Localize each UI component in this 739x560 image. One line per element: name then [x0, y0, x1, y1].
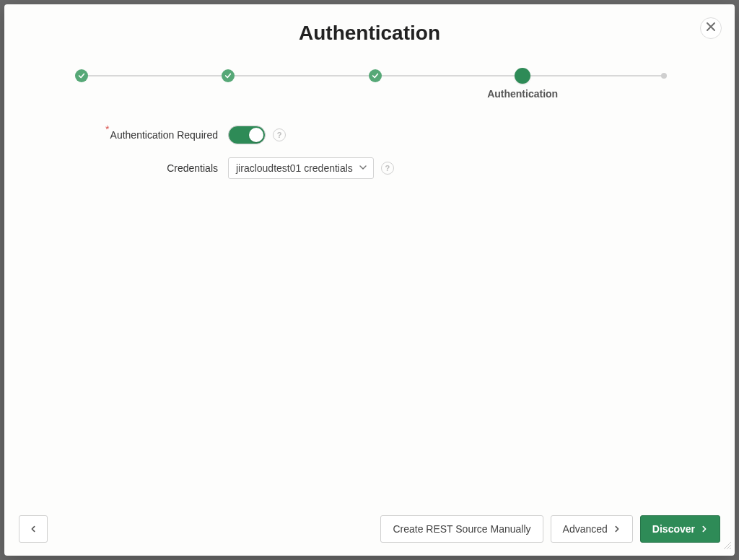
auth-required-toggle[interactable] [228, 126, 266, 144]
form-body: * Authentication Required ? Credentials … [4, 89, 735, 505]
step-3[interactable] [369, 69, 382, 82]
check-icon [78, 69, 85, 82]
check-icon [224, 69, 232, 82]
chevron-left-icon [30, 523, 37, 535]
back-button[interactable] [19, 515, 48, 543]
create-manual-label: Create REST Source Manually [393, 523, 530, 535]
advanced-label: Advanced [563, 523, 608, 535]
modal-header: Authentication [4, 4, 735, 52]
chevron-right-icon [701, 523, 708, 535]
auth-required-label: Authentication Required [110, 129, 218, 141]
check-icon [372, 69, 379, 82]
auth-required-label-col: * Authentication Required [48, 129, 228, 141]
close-button[interactable] [700, 17, 722, 39]
chevron-down-icon [359, 162, 367, 174]
modal-title: Authentication [19, 22, 720, 45]
create-rest-source-manually-button[interactable]: Create REST Source Manually [380, 515, 543, 543]
step-current-label: Authentication [487, 88, 558, 100]
credentials-label: Credentials [167, 162, 218, 174]
required-mark: * [105, 123, 109, 135]
toggle-knob [249, 128, 263, 142]
credentials-label-col: Credentials [48, 162, 228, 174]
authentication-modal: Authentication Authentication [4, 4, 735, 556]
chevron-right-icon [613, 523, 621, 535]
discover-label: Discover [652, 523, 695, 535]
step-1[interactable] [75, 69, 88, 82]
step-2[interactable] [222, 69, 235, 82]
wizard-stepper: Authentication [69, 69, 670, 82]
advanced-button[interactable]: Advanced [551, 515, 633, 543]
help-icon[interactable]: ? [273, 128, 286, 141]
credentials-select[interactable]: jiracloudtest01 credentials [228, 157, 374, 179]
step-5 [661, 73, 667, 79]
modal-footer: Create REST Source Manually Advanced Dis… [4, 505, 735, 556]
row-auth-required: * Authentication Required ? [48, 126, 691, 144]
step-4-current[interactable]: Authentication [515, 68, 530, 84]
credentials-selected-value: jiracloudtest01 credentials [236, 162, 353, 174]
discover-button[interactable]: Discover [640, 515, 720, 543]
row-credentials: Credentials jiracloudtest01 credentials … [48, 157, 691, 179]
close-icon [706, 22, 716, 35]
help-icon[interactable]: ? [381, 162, 394, 175]
